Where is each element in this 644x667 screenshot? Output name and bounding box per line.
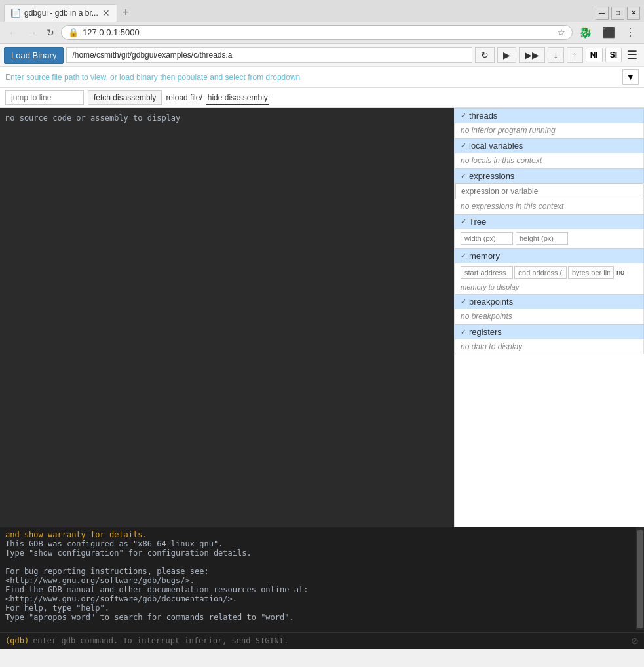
fetch-disassembly-button[interactable]: fetch disassembly bbox=[88, 90, 162, 105]
console-line-7: <http://www.gnu.org/software/gdb/documen… bbox=[5, 594, 639, 603]
registers-chevron-icon: ✓ bbox=[461, 328, 466, 336]
console-line-0: and show warranty for details. bbox=[5, 530, 639, 539]
reload-file-label: reload file/ bbox=[166, 93, 202, 102]
console-line-2: Type "show configuration" for configurat… bbox=[5, 548, 639, 558]
tab-favicon: 📄 bbox=[11, 9, 20, 18]
memory-inputs: no bbox=[455, 263, 643, 282]
jump-to-line-input[interactable] bbox=[5, 90, 84, 105]
tree-chevron-icon: ✓ bbox=[461, 218, 466, 226]
tree-label: Tree bbox=[469, 217, 486, 227]
memory-chevron-icon: ✓ bbox=[461, 252, 466, 260]
si-button[interactable]: SI bbox=[605, 48, 622, 62]
extensions-button[interactable]: 🐉 bbox=[576, 25, 596, 40]
minimize-button[interactable]: — bbox=[596, 7, 609, 20]
tree-height-input[interactable] bbox=[516, 232, 568, 245]
address-bar-row: ← → ↻ 🔒 127.0.0.1:5000 ☆ 🐉 ⬛ ⋮ bbox=[0, 22, 644, 43]
console-line-3 bbox=[5, 558, 639, 567]
source-dropdown-button[interactable]: ▼ bbox=[622, 69, 639, 85]
console-line-8: For help, type "help". bbox=[5, 603, 639, 613]
registers-section-content: no data to display bbox=[455, 339, 644, 354]
hide-disassembly-button[interactable]: hide disassembly bbox=[206, 91, 269, 105]
console-prompt: (gdb) bbox=[5, 636, 29, 645]
code-panel: no source code or assembly to display bbox=[0, 108, 454, 527]
load-binary-button[interactable]: Load Binary bbox=[4, 47, 64, 64]
file-path-input[interactable] bbox=[66, 47, 472, 63]
right-panel: ✓ threads no inferior program running ✓ … bbox=[454, 108, 644, 527]
next-button[interactable]: ▶▶ bbox=[519, 47, 545, 63]
threads-label: threads bbox=[469, 111, 497, 121]
menu-button[interactable]: ⋮ bbox=[622, 25, 639, 40]
memory-section-content: no memory to display bbox=[455, 263, 644, 294]
local-variables-section-content: no locals in this context bbox=[455, 153, 644, 168]
console-line-9: Type "apropos word" to search for comman… bbox=[5, 613, 639, 622]
console-scrollbar[interactable] bbox=[636, 527, 644, 630]
address-bar[interactable]: 🔒 127.0.0.1:5000 ☆ bbox=[61, 25, 573, 40]
tab-title: gdbgui - gdb in a br... bbox=[24, 9, 98, 18]
breakpoints-status: no breakpoints bbox=[455, 309, 643, 324]
expression-input[interactable] bbox=[455, 183, 643, 199]
local-variables-status: no locals in this context bbox=[455, 153, 643, 168]
memory-start-input[interactable] bbox=[461, 266, 513, 279]
tree-section-header[interactable]: ✓ Tree bbox=[455, 214, 644, 229]
tree-width-input[interactable] bbox=[461, 232, 513, 245]
up-button[interactable]: ↑ bbox=[567, 47, 583, 63]
tab-close-button[interactable]: ✕ bbox=[102, 8, 110, 18]
threads-section-header[interactable]: ✓ threads bbox=[455, 108, 644, 123]
run-button[interactable]: ▶ bbox=[497, 47, 516, 63]
console-area: and show warranty for details. This GDB … bbox=[0, 527, 644, 649]
memory-section-header[interactable]: ✓ memory bbox=[455, 248, 644, 263]
back-button[interactable]: ← bbox=[5, 26, 21, 39]
url-text: 127.0.0.1:5000 bbox=[83, 28, 554, 37]
close-button[interactable]: ✕ bbox=[627, 7, 640, 20]
tree-section-content bbox=[455, 229, 644, 248]
step-button[interactable]: ↓ bbox=[548, 47, 564, 63]
console-input[interactable] bbox=[33, 636, 631, 645]
console-scroll-thumb bbox=[637, 530, 643, 628]
console-line-5: <http://www.gnu.org/software/gdb/bugs/>. bbox=[5, 576, 639, 585]
jump-bar: fetch disassembly reload file/hide disas… bbox=[0, 88, 644, 108]
console-line-4: For bug reporting instructions, please s… bbox=[5, 567, 639, 576]
bookmark-icon[interactable]: ☆ bbox=[558, 28, 565, 37]
memory-no-label: no bbox=[615, 266, 628, 279]
local-variables-chevron-icon: ✓ bbox=[461, 142, 466, 150]
main-area: no source code or assembly to display ✓ … bbox=[0, 108, 644, 527]
local-variables-section-header[interactable]: ✓ local variables bbox=[455, 138, 644, 153]
expressions-label: expressions bbox=[469, 171, 514, 181]
threads-chevron-icon: ✓ bbox=[461, 111, 466, 120]
window-controls: — □ ✕ bbox=[596, 7, 640, 20]
breakpoints-section-header[interactable]: ✓ breakpoints bbox=[455, 294, 644, 309]
expressions-section-content: no expressions in this context bbox=[455, 183, 644, 214]
expressions-chevron-icon: ✓ bbox=[461, 172, 466, 180]
memory-bytes-input[interactable] bbox=[568, 266, 614, 279]
registers-label: registers bbox=[469, 327, 502, 337]
memory-hint: memory to display bbox=[455, 282, 643, 294]
maximize-button[interactable]: □ bbox=[611, 7, 624, 20]
tab-bar: 📄 gdbgui - gdb in a br... ✕ + — □ ✕ bbox=[0, 0, 644, 22]
console-output: and show warranty for details. This GDB … bbox=[0, 527, 644, 632]
source-hint-text: Enter source file path to view, or load … bbox=[5, 73, 622, 82]
threads-status: no inferior program running bbox=[455, 123, 643, 138]
hamburger-menu-button[interactable]: ☰ bbox=[624, 47, 640, 64]
screenshot-button[interactable]: ⬛ bbox=[599, 25, 618, 40]
console-disabled-icon: ⊘ bbox=[631, 636, 639, 646]
expressions-section-header[interactable]: ✓ expressions bbox=[455, 168, 644, 183]
registers-status: no data to display bbox=[455, 339, 643, 354]
console-line-1: This GDB was configured as "x86_64-linux… bbox=[5, 539, 639, 548]
app-toolbar: Load Binary ↻ ▶ ▶▶ ↓ ↑ NI SI ☰ bbox=[0, 44, 644, 67]
new-tab-button[interactable]: + bbox=[117, 6, 135, 20]
refresh-button[interactable]: ↻ bbox=[475, 47, 495, 63]
forward-button[interactable]: → bbox=[24, 26, 40, 39]
console-input-row: (gdb) ⊘ bbox=[0, 632, 644, 649]
reload-button[interactable]: ↻ bbox=[43, 26, 58, 39]
breakpoints-label: breakpoints bbox=[469, 297, 513, 307]
console-line-6: Find the GDB manual and other documentat… bbox=[5, 585, 639, 594]
memory-label: memory bbox=[469, 251, 500, 261]
browser-chrome: 📄 gdbgui - gdb in a br... ✕ + — □ ✕ ← → … bbox=[0, 0, 644, 44]
local-variables-label: local variables bbox=[469, 141, 523, 151]
active-tab[interactable]: 📄 gdbgui - gdb in a br... ✕ bbox=[4, 4, 117, 22]
breakpoints-chevron-icon: ✓ bbox=[461, 297, 466, 306]
memory-end-input[interactable] bbox=[514, 266, 567, 279]
address-icons: ☆ bbox=[558, 28, 565, 37]
registers-section-header[interactable]: ✓ registers bbox=[455, 324, 644, 339]
ni-button[interactable]: NI bbox=[586, 48, 603, 62]
